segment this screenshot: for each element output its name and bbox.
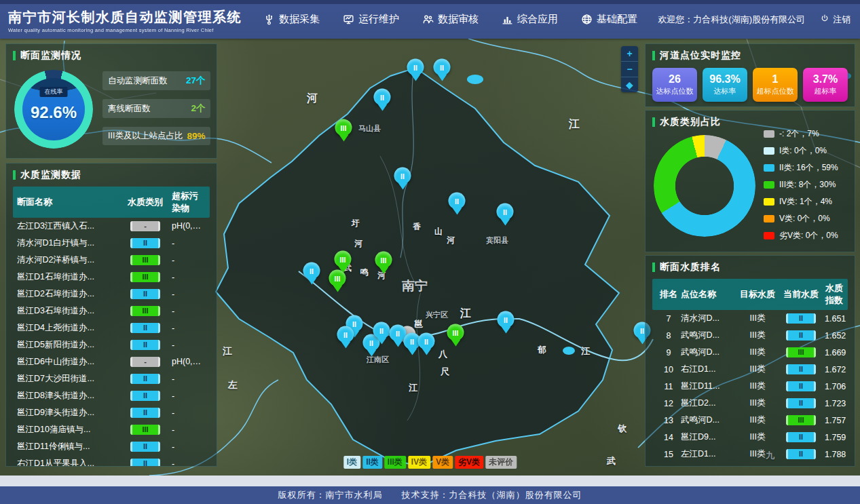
grade-cell: - [119,221,172,231]
realtime-card-0: 26达标点位数 [652,68,697,102]
point-name: 邕江D2... [681,398,738,409]
legend-chip-II类: II类 [362,456,382,469]
table-row: 邕江D10蒲庙镇与...III- [13,421,210,438]
map-marker-III[interactable]: III [335,119,352,136]
card-label: 超标点位数 [757,86,794,96]
monitor-col-2: 超标污染物 [172,190,206,214]
stat-value: 89% [187,131,205,141]
legend-text: -: 2个，7% [779,128,819,140]
map-area[interactable]: 河马山县江圩河香山河宾阳县武鸣河南宁兴宁区江邕江南区八尺江左江郁江钦武九 III… [0,39,860,476]
marker-label: II [310,267,314,275]
map-marker-II[interactable]: II [418,333,435,350]
nav-comprehensive-app[interactable]: 综合应用 [502,13,558,26]
nav-data-collect-label: 数据采集 [279,13,320,26]
grade-badge: - [130,221,160,231]
pollutant-cell: - [172,391,206,401]
map-marker-II[interactable]: II [498,311,515,328]
rank-cell: 14 [656,433,681,442]
pollutant-cell: - [172,408,206,418]
legend-swatch [764,164,774,172]
grade-cell: - [119,357,172,367]
legend-chip-未评价: 未评价 [485,456,517,469]
nav-data-collect[interactable]: 数据采集 [263,13,320,26]
grade-badge: II [786,330,816,341]
panel-overview: 断面监测情况 在线率 92.6% 自动监测断面数27个离线断面数2个III类及以… [5,43,217,159]
nav-data-audit[interactable]: 数据审核 [422,13,479,26]
table-row: 邕江D4上尧街道办...II- [13,319,210,336]
panel-monitor-table: 水质监测数据 断面名称水质类别超标污染物 左江D3江西镇入石...-pH(0,1… [5,163,217,467]
grade-badge: III [130,255,160,265]
marker-tail [437,75,447,81]
section-name: 右江D1从平果县入... [17,458,119,467]
map-marker-II[interactable]: II [303,263,320,279]
nav-ops-maintain[interactable]: 运行维护 [343,13,399,26]
map-label-15: 邕 [414,318,423,330]
map-marker-III[interactable]: III [447,324,464,341]
welcome-text: 欢迎您：力合科技(湖南)股份有限公司 [658,14,805,26]
globe-icon [581,14,593,25]
grade-badge: II [130,323,160,333]
online-rate-gauge: 在线率 92.6% [14,70,93,149]
ranking-row: 16右江D2...III类IV1.791 [652,463,848,467]
rank-cell: 12 [656,399,681,408]
legend-chip-IV类: IV类 [408,456,430,469]
section-name: 邕江D8津头街道办... [17,390,119,402]
overview-stat-2: III类及以上站点占比89% [102,127,210,145]
map-zoom-in-button[interactable]: + [621,46,638,62]
marker-label: II [424,337,428,345]
ranking-row: 14邕江D9...III类II1.759 [652,429,848,446]
map-marker-II[interactable]: II [407,59,424,76]
ranking-row: 11邕江D11...III类II1.706 [652,378,848,395]
main-nav: 数据采集运行维护数据审核综合应用基础配置 [263,13,637,26]
legend-text: 劣V类: 0个，0% [779,230,838,241]
map-marker-II[interactable]: II [373,322,390,339]
map-zoom-out-button[interactable]: − [621,62,638,77]
panel-category: 水质类别占比 -: 2个，7%I类: 0个，0%II类: 16个，59%III类… [645,110,855,252]
map-marker-II[interactable]: II [497,203,514,220]
target-grade: III类 [738,313,777,324]
usb-icon [263,14,275,25]
pollutant-cell: - [172,442,206,452]
map-marker-III[interactable]: III [335,251,352,268]
marker-label: II [410,337,414,345]
quality-index: 1.759 [825,433,846,442]
ranking-row: 15左江D1...III类II1.788 [652,446,848,463]
legend-swatch [764,130,774,138]
grade-badge: II [786,364,816,374]
section-name: 清水河D2洋桥镇与... [17,254,119,266]
realtime-card-3: 3.7%超标率 [803,68,848,102]
map-marker-III[interactable]: III [329,270,346,287]
map-extent-button[interactable]: ◆ [621,77,638,92]
pollutant-cell: pH(0,1) 溶解... [172,220,206,232]
marker-label: II [640,326,644,334]
grade-badge: II [786,381,816,391]
map-label-2: 江 [569,117,580,132]
monitor-table-header: 断面名称水质类别超标污染物 [13,187,210,218]
marker-tail [379,267,388,274]
category-donut-chart [654,135,755,237]
map-marker-II[interactable]: II [394,168,411,185]
nav-basic-config[interactable]: 基础配置 [581,13,637,26]
logout-button[interactable]: 注销 [820,14,850,26]
map-label-3: 圩 [352,218,360,229]
card-value: 1 [772,73,779,85]
marker-label: III [340,255,346,263]
pollutant-cell: - [172,459,206,467]
point-name: 武鸣河D... [681,414,738,426]
nav-data-audit-label: 数据审核 [438,13,479,26]
map-marker-II[interactable]: II [449,193,466,210]
legend-text: V类: 0个，0% [779,213,830,225]
target-grade: III类 [738,398,777,409]
grade-cell: III [119,425,172,435]
app-header: 南宁市河长制水质自动监测管理系统 Water quality automatic… [0,0,860,39]
grade-badge: - [130,357,160,367]
monitor-col-1: 水质类别 [119,196,172,208]
copyright-text: 版权所有：南宁市水利局 技术支持：力合科技（湖南）股份有限公司 [278,489,582,501]
map-marker-II[interactable]: II [434,59,451,76]
pollutant-cell: - [172,290,206,299]
quality-index: 1.652 [825,331,846,341]
legend-item-6: 劣V类: 0个，0% [764,230,848,241]
map-marker-II[interactable]: II [337,326,354,343]
map-marker-III[interactable]: III [375,252,392,269]
map-marker-II[interactable]: II [374,89,391,106]
